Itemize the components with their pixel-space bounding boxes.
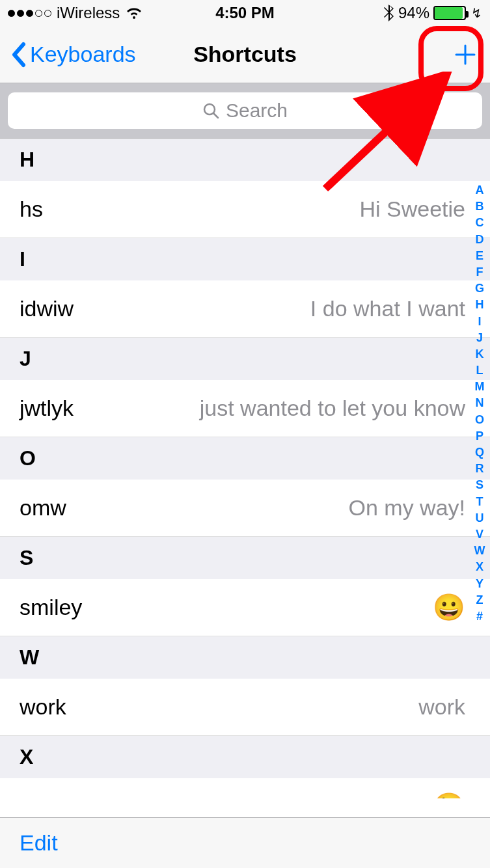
clock: 4:50 PM [215,4,275,22]
section-header: S [0,537,490,579]
battery-percent: 94% [398,4,429,22]
shortcut-key: omw [20,495,66,521]
index-letter[interactable]: D [476,232,484,248]
shortcut-phrase: On my way! [79,495,465,521]
back-label: Keyboards [30,42,136,67]
page-title: Shortcuts [193,42,297,67]
index-letter[interactable]: I [478,314,481,330]
section-header: X [0,736,490,778]
alpha-index[interactable]: A B C D E F G H I J K L M N O P Q R S T … [470,182,489,625]
index-letter[interactable]: Z [476,592,483,608]
bottom-toolbar: Edit [0,817,490,868]
shortcut-key: work [20,694,66,720]
index-letter[interactable]: B [476,198,484,215]
search-bar: Search [0,83,490,139]
chevron-left-icon [10,42,26,68]
index-letter[interactable]: J [476,330,483,346]
charging-icon: ↯ [471,5,482,21]
search-placeholder: Search [226,100,288,122]
status-left: iWireless [8,4,143,22]
shortcut-key: hs [20,197,43,222]
index-letter[interactable]: W [474,543,485,559]
shortcut-phrase: Hi Sweetie [56,197,465,222]
status-bar: iWireless 4:50 PM 94% ↯ [0,0,490,26]
index-letter[interactable]: K [476,346,484,362]
shortcut-list[interactable]: H hs Hi Sweetie I idwiw I do what I want… [0,139,490,798]
index-letter[interactable]: H [476,297,484,313]
carrier-label: iWireless [57,4,120,22]
index-letter[interactable]: V [476,526,483,543]
index-letter[interactable]: Y [476,576,483,592]
index-letter[interactable]: F [476,264,483,280]
index-letter[interactable]: C [476,215,484,231]
section-header: W [0,636,490,679]
section-header: J [0,338,490,380]
section-header: H [0,139,490,181]
section-header: I [0,238,490,280]
bluetooth-icon [384,5,394,21]
battery-fill [435,7,463,19]
add-button[interactable] [451,40,480,69]
shortcut-phrase: 😀 [95,592,465,623]
edit-button[interactable]: Edit [20,830,58,856]
index-letter[interactable]: M [475,379,485,395]
shortcut-phrase: just wanted to let you know [87,396,465,421]
battery-icon [433,6,466,20]
shortcut-key: jwtlyk [20,396,74,421]
shortcut-row[interactable]: hs Hi Sweetie [0,181,490,238]
shortcut-row[interactable]: smiley 😀 [0,579,490,636]
search-input[interactable]: Search [8,92,482,129]
index-letter[interactable]: Q [475,444,484,461]
shortcut-row[interactable]: omw On my way! [0,480,490,537]
index-letter[interactable]: R [476,461,484,477]
signal-dots [8,10,51,17]
wifi-icon [125,6,143,20]
shortcut-phrase: I do what I want [87,296,465,321]
index-letter[interactable]: O [475,412,484,428]
index-letter[interactable]: G [475,280,484,297]
search-icon [202,102,219,119]
shortcut-row[interactable]: jwtlyk just wanted to let you know [0,380,490,437]
shortcut-key: xoxo [20,794,66,798]
nav-bar: Keyboards Shortcuts [0,26,490,83]
index-letter[interactable]: S [476,477,483,493]
svg-line-3 [213,113,218,118]
index-letter[interactable]: L [476,362,483,379]
shortcut-row[interactable]: work work [0,679,490,736]
plus-icon [452,42,478,68]
index-letter[interactable]: U [476,510,484,526]
index-letter[interactable]: P [476,428,483,444]
shortcut-phrase: 😘 [79,791,465,798]
index-letter[interactable]: E [476,248,483,264]
index-letter[interactable]: A [476,182,484,198]
index-letter[interactable]: X [476,559,483,575]
shortcut-key: smiley [20,595,82,620]
shortcut-key: idwiw [20,296,74,321]
back-button[interactable]: Keyboards [10,42,136,68]
shortcut-row[interactable]: xoxo 😘 [0,778,490,798]
section-header: O [0,437,490,480]
index-letter[interactable]: # [476,608,483,625]
index-letter[interactable]: N [476,395,484,411]
index-letter[interactable]: T [476,494,483,510]
status-right: 94% ↯ [384,4,482,22]
shortcut-phrase: work [79,694,465,720]
shortcut-row[interactable]: idwiw I do what I want [0,280,490,338]
